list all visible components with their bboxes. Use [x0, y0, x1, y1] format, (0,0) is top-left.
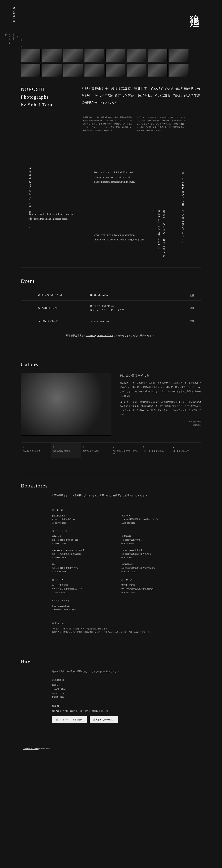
quote-jp-3: 撮影を終えて、鬼のかまどの 埃にまみれて 灯りの下でしゃがみ ぼーっとしている。	[152, 209, 166, 254]
shop-addr: 641-0055 和歌山市福町37丁目2-4	[52, 538, 107, 542]
shop-tel: tel. 0739-22-0562	[121, 542, 177, 546]
bookstore-shop: ちくさ正文館 本店464-0075 名古屋市千種区内山3-28-1tel. 05…	[52, 583, 107, 594]
thumb[interactable]	[84, 64, 104, 77]
shop-name: 本屋 B&B	[121, 514, 177, 518]
event-detail-link[interactable]: 詳細	[177, 293, 201, 297]
gallery-nav-item[interactable]: 1水は高みの先を目指す	[21, 443, 51, 458]
shop-tel: tel. 0739-82-2259	[52, 556, 107, 559]
title-en: NOROSHI Photographs by Sohei Terui	[21, 85, 69, 109]
thumb[interactable]	[105, 64, 125, 77]
thumb[interactable]	[21, 49, 40, 62]
bookstore-region: Hong Kong	[52, 599, 107, 602]
gallery-date: 2017.01.24	[120, 424, 201, 427]
gallery-nav-item[interactable]: 6ぼくを晒し肢は示す	[171, 443, 201, 458]
buy-spec: 6,480円（税込）	[52, 687, 201, 691]
bookstores-heading: Bookstores	[21, 483, 201, 489]
gallery-nav-item[interactable]: 3暗苔のふと万石の夜	[81, 443, 111, 458]
quote-en-1: Ever since I was a child, I felt Koya an…	[94, 170, 135, 184]
bookstore-shop: 本屋 B&B155-0031 世田谷区北沢2-12-4 第2マツヤビル2Ftel…	[121, 514, 177, 525]
shop-name: 宮脇成光堂	[52, 534, 107, 538]
title-en-l1: NOROSHI	[21, 85, 69, 93]
thumb[interactable]	[127, 49, 147, 62]
facebook-link[interactable]: Facebook	[86, 334, 95, 337]
shop-tel: tel. 0736-23-5255	[121, 556, 177, 559]
buy-button-credit[interactable]: 購入する（クレジット決済）	[52, 716, 87, 723]
thumb[interactable]	[42, 49, 62, 62]
thumb[interactable]	[84, 49, 104, 62]
gallery-p2: ぼくのイメージは、狼煙のなのだ。黒くうねる巨大な雲のかたまりから、白い雪が鉄墜み…	[120, 400, 201, 416]
bookstore-region: 愛 知 県	[52, 578, 107, 582]
shop-addr: 2 Harbour Rd, Wan Chai, 香港	[52, 608, 107, 612]
bookstores-note-1: 照井壮平写真集『狼煙』の店頭ルールに「委託制度」があります。	[52, 627, 201, 630]
shop-addr: 464-0075 名古屋市千種区内山3-28-1	[52, 587, 107, 591]
gallery-nav-item[interactable]: 4牡、古流、カミサマのバタワボラ	[111, 443, 141, 458]
gallery-heading: Gallery	[21, 362, 201, 368]
event-section: Event 2018年3月30日 – 4月1日 HK Photobook Fai…	[0, 268, 222, 351]
gallery-text: 高野山の雪は手紙の白 雪が降るとしんとする奈良の小さい頃。高野山でアパートを借り…	[120, 373, 201, 436]
title-jp-char1: 狼	[189, 7, 200, 10]
shop-addr: 155-0031 世田谷区北沢2-12-4 第2マツヤビル2F	[121, 518, 177, 521]
event-note: 最新情報は運営会のFacebookやメールマガジンでお知らせします。ぜひご登録く…	[21, 334, 201, 337]
bookstore-shop: 多屋孫書店646-0042 有田郡歩斐野118tel. 0739-22-0562	[121, 534, 177, 546]
event-name: Tokyo Art Book Fair	[90, 319, 177, 323]
gallery-image[interactable]	[21, 373, 112, 436]
shop-tel: tel. 03-3770-2525	[52, 521, 107, 525]
event-table: 2018年3月30日 – 4月1日 HK Photobook Fair 詳細 2…	[21, 289, 201, 327]
bookstore-shop: 恵文社一乗寺店606-8184 京都市左京区一乗寺払殿町10tel. 075-7…	[121, 583, 177, 594]
buy-section: Buy 写真集『狼煙』の購入をご希望の方は、こちらからお申し込みください。 写真…	[0, 648, 222, 737]
bookstore-shop: Hong Kong Arts Centre2 Harbour Rd, Wan C…	[52, 604, 107, 612]
shop-tel: tel. 075-711-5919	[121, 591, 177, 594]
quote-en-2: I kept pressing the shutter as if I was …	[28, 212, 77, 221]
bookstore-shop: 新宮市640-8035 和歌山市東船中ノ丁4tel. 050-498-1770	[52, 563, 107, 574]
event-detail-link[interactable]: 詳細	[177, 307, 201, 310]
bookstores-note-link[interactable]: こちら	[132, 631, 138, 633]
shop-addr: 640-8035 和歌山市東船中ノ丁4	[52, 566, 107, 570]
buy-spec: 224 × 232mm	[52, 691, 201, 695]
title-en-l3: by Sohei Terui	[21, 101, 69, 109]
bookstore-shop: 宮脇高野書店648-0218 伊都郡高野山町大字高野山784tel. 070-4…	[121, 563, 177, 574]
shop-addr: 150-0033 渋谷区猿楽町17-5	[52, 518, 107, 521]
bookstore-shop: TSUTAYA WAY 有田川店643-0024 有田郡有田川町天満479-1t…	[121, 549, 177, 559]
gallery-nav-item[interactable]: 5ミトノウミをまつろバケ山	[141, 443, 171, 458]
mailmag-link[interactable]: メールマガジン	[97, 334, 113, 337]
gallery-sig: 写真と思い出時	[120, 420, 201, 424]
shop-tel: tel. 03-6450-8272	[121, 521, 177, 525]
shop-tel: tel. 0739-22-0544	[52, 542, 107, 546]
thumb[interactable]	[169, 49, 189, 62]
buy-heading: Buy	[21, 658, 201, 664]
thumb[interactable]	[63, 64, 83, 77]
title-jp-char2: 煙	[189, 10, 200, 14]
thumb[interactable]	[105, 49, 125, 62]
buy-ship-heading: 配送料	[52, 704, 201, 708]
thumb[interactable]	[169, 64, 189, 77]
bookstores-note-2: 時店からの、販売にかかるご質問やご相談内容については、ご支店などを承ります。詳し…	[52, 630, 201, 634]
title-en-l2: Photographs	[21, 93, 69, 101]
gallery-nav: 1水は高みの先を目指す 2高野山の雪は手紙の白 3暗苔のふと万石の夜 4牡、古流…	[21, 442, 201, 458]
gallery-nav-item[interactable]: 2高野山の雪は手紙の白	[51, 443, 81, 458]
bookstores-intro: 以下の書店さまにてお取り扱いがございます。在庫の有無は各書店までお問い合わせくだ…	[52, 494, 201, 497]
thumb[interactable]	[148, 64, 167, 77]
event-heading: Event	[21, 278, 201, 284]
footer-link[interactable]: Michinoe Publishing	[23, 747, 39, 750]
shop-name: TSUTAYA WAY 有田川店	[121, 549, 177, 552]
bookstore-shop: 代官山蔦屋書店150-0033 渋谷区猿楽町17-5tel. 03-3770-2…	[52, 514, 107, 525]
thumb[interactable]	[127, 64, 147, 77]
thumb[interactable]	[42, 64, 62, 77]
title-jp: 狼煙	[188, 7, 201, 14]
event-name: HK Photobook Fair	[90, 293, 177, 297]
hero-section: 狼煙 NOROSHI Photographs by Sohei Terui 熊野…	[0, 0, 222, 153]
event-row: 2017年10月5日 – 8日 Tokyo Art Book Fair 詳細	[21, 316, 201, 327]
event-name: 照井壮平写真展『狼煙』 場所：ギャラリー・アートグラフ	[90, 304, 177, 312]
buy-button-transfer[interactable]: 購入する（振り込み）	[90, 716, 118, 723]
event-date: 2017年11月3日 – 8日	[21, 307, 90, 310]
thumb[interactable]	[21, 64, 40, 77]
shop-name: Hong Kong Arts Centre	[52, 604, 107, 608]
event-detail-link[interactable]: 詳細	[177, 320, 201, 323]
bookstores-note-heading: 書店さまへ	[52, 621, 201, 625]
thumb[interactable]	[63, 49, 83, 62]
event-date: 2017年10月5日 – 8日	[21, 320, 90, 323]
thumb[interactable]	[148, 49, 167, 62]
quotes-section: 大岳から左高へ伸び付けるのは ロケハンをし続けてきました。 Ever since…	[21, 160, 201, 254]
bookstore-region: 東 京 都	[52, 508, 107, 512]
shop-addr: 648-0218 伊都郡高野山町大字高野山784	[121, 566, 177, 570]
